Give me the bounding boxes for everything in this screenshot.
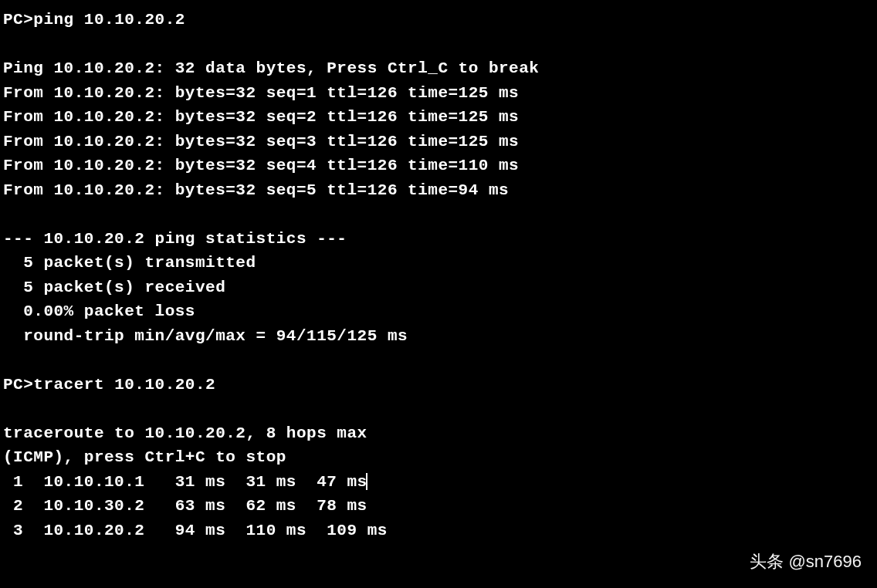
blank-line (3, 348, 874, 373)
tracert-command: tracert 10.10.20.2 (33, 376, 215, 394)
stats-line: 0.00% packet loss (3, 299, 874, 324)
ping-reply: From 10.10.20.2: bytes=32 seq=4 ttl=126 … (3, 154, 874, 178)
ping-command: ping 10.10.20.2 (33, 11, 185, 29)
prompt: PC> (3, 376, 33, 394)
command-line: PC>ping 10.10.20.2 (3, 8, 874, 32)
ping-header: Ping 10.10.20.2: 32 data bytes, Press Ct… (3, 56, 874, 81)
ping-reply: From 10.10.20.2: bytes=32 seq=5 ttl=126 … (3, 178, 874, 203)
tracert-hop: 2 10.10.30.2 63 ms 62 ms 78 ms (3, 494, 874, 519)
ping-reply: From 10.10.20.2: bytes=32 seq=1 ttl=126 … (3, 81, 874, 106)
prompt: PC> (3, 11, 33, 29)
stats-line: round-trip min/avg/max = 94/115/125 ms (3, 324, 874, 349)
tracert-hop: 1 10.10.10.1 31 ms 31 ms 47 ms (3, 470, 874, 495)
blank-line (3, 202, 874, 227)
ping-reply: From 10.10.20.2: bytes=32 seq=2 ttl=126 … (3, 105, 874, 130)
tracert-header: (ICMP), press Ctrl+C to stop (3, 445, 874, 470)
terminal-output[interactable]: PC>ping 10.10.20.2 Ping 10.10.20.2: 32 d… (3, 8, 874, 542)
watermark-text: 头条 @sn7696 (750, 549, 862, 574)
stats-line: 5 packet(s) received (3, 275, 874, 300)
tracert-header: traceroute to 10.10.20.2, 8 hops max (3, 421, 874, 446)
tracert-hop: 3 10.10.20.2 94 ms 110 ms 109 ms (3, 519, 874, 543)
blank-line (3, 32, 874, 57)
cursor-icon (366, 473, 367, 490)
command-line: PC>tracert 10.10.20.2 (3, 373, 874, 397)
ping-reply: From 10.10.20.2: bytes=32 seq=3 ttl=126 … (3, 130, 874, 154)
stats-line: 5 packet(s) transmitted (3, 251, 874, 275)
stats-header: --- 10.10.20.2 ping statistics --- (3, 227, 874, 252)
blank-line (3, 397, 874, 421)
